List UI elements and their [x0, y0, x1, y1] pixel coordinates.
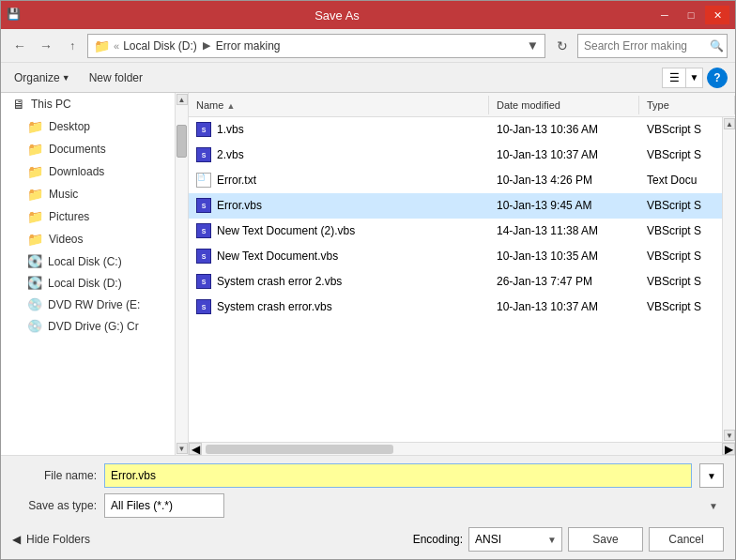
file-type-cell: VBScript S: [639, 248, 722, 265]
file-name: 2.vbs: [217, 148, 244, 161]
h-scroll-right[interactable]: ▶: [722, 443, 735, 455]
horizontal-scrollbar[interactable]: ◀ ▶: [189, 442, 735, 455]
sidebar-item-pictures[interactable]: 📁 Pictures: [1, 205, 175, 228]
hide-folders-label: Hide Folders: [26, 533, 90, 546]
sidebar-label-dvd-rw: DVD RW Drive (E:: [48, 298, 140, 311]
search-button[interactable]: 🔍: [710, 39, 724, 53]
new-folder-button[interactable]: New folder: [84, 69, 148, 86]
folder-icon-pictures: 📁: [27, 209, 43, 224]
close-button[interactable]: ✕: [705, 6, 729, 24]
folder-icon-music: 📁: [27, 187, 43, 202]
file-name: Error.txt: [217, 174, 256, 187]
save-button[interactable]: Save: [568, 527, 643, 552]
file-name-cell: S 1.vbs: [189, 120, 489, 139]
col-header-type[interactable]: Type: [639, 96, 735, 114]
maximize-button[interactable]: □: [679, 6, 703, 24]
address-chevron: ▶: [203, 39, 210, 52]
organize-button[interactable]: Organize ▼: [8, 69, 76, 86]
filename-label: File name:: [12, 469, 97, 482]
sidebar-item-desktop[interactable]: 📁 Desktop: [1, 115, 175, 138]
file-scroll-down[interactable]: ▼: [724, 430, 735, 441]
sidebar-scrollbar: ▲ ▼: [175, 93, 188, 455]
sidebar-item-downloads[interactable]: 📁 Downloads: [1, 160, 175, 183]
address-separator: «: [114, 40, 119, 52]
file-name-cell: S New Text Document.vbs: [189, 247, 489, 265]
file-name: System crash error 2.vbs: [217, 275, 342, 288]
table-row[interactable]: S 2.vbs 10-Jan-13 10:37 AM VBScript S: [189, 143, 722, 168]
table-row[interactable]: S Error.vbs 10-Jan-13 9:45 AM VBScript S: [189, 193, 722, 219]
file-type-cell: VBScript S: [639, 222, 722, 239]
address-path1: Local Disk (D:): [123, 39, 197, 53]
title-bar-title: Save As: [22, 8, 652, 23]
sidebar-item-local-d[interactable]: 💽 Local Disk (D:): [1, 272, 175, 294]
address-folder-icon: 📁: [94, 38, 110, 53]
file-name: System crash error.vbs: [217, 300, 332, 313]
table-row[interactable]: S New Text Document.vbs 10-Jan-13 10:35 …: [189, 244, 722, 269]
table-row[interactable]: S 1.vbs 10-Jan-13 10:36 AM VBScript S: [189, 117, 722, 143]
sidebar-item-dvd-rw[interactable]: 💿 DVD RW Drive (E:: [1, 294, 175, 315]
txt-icon: 📄: [196, 173, 211, 188]
folder-icon-documents: 📁: [27, 142, 43, 157]
col-header-name[interactable]: Name ▲: [189, 96, 489, 114]
file-type-cell: VBScript S: [639, 146, 722, 163]
address-bar[interactable]: 📁 « Local Disk (D:) ▶ Error making ▼: [87, 34, 545, 58]
sort-icon: ▲: [226, 101, 235, 111]
file-name-cell: S Error.vbs: [189, 196, 489, 215]
filename-dropdown-button[interactable]: ▼: [699, 463, 724, 488]
table-row[interactable]: S System crash error 2.vbs 26-Jan-13 7:4…: [189, 269, 722, 295]
forward-button[interactable]: →: [35, 35, 57, 57]
scroll-track[interactable]: [176, 106, 188, 442]
vbs-icon: S: [196, 198, 211, 213]
sidebar-label-local-c: Local Disk (C:): [48, 255, 122, 268]
col-header-date[interactable]: Date modified: [489, 96, 639, 114]
sidebar-item-this-pc[interactable]: 🖥 This PC: [1, 93, 175, 115]
view-dropdown-button[interactable]: ▼: [686, 68, 703, 88]
filename-row: File name: ▼: [12, 463, 724, 488]
h-scroll-track[interactable]: [206, 445, 718, 454]
sidebar-item-documents[interactable]: 📁 Documents: [1, 138, 175, 160]
sidebar-item-local-c[interactable]: 💽 Local Disk (C:): [1, 250, 175, 272]
sidebar-label-dvd-g: DVD Drive (G:) Cr: [48, 320, 139, 333]
refresh-button[interactable]: ↻: [551, 35, 574, 57]
file-scroll-up[interactable]: ▲: [724, 118, 735, 129]
sidebar-item-dvd-g[interactable]: 💿 DVD Drive (G:) Cr: [1, 315, 175, 337]
sidebar-item-videos[interactable]: 📁 Videos: [1, 228, 175, 250]
scroll-down-arrow[interactable]: ▼: [176, 443, 188, 454]
save-type-select[interactable]: All Files (*.*)Text Files (*.txt)VBScrip…: [104, 493, 224, 518]
minimize-button[interactable]: ─: [652, 6, 677, 24]
file-date-cell: 26-Jan-13 7:47 PM: [489, 273, 639, 290]
view-button[interactable]: ☰: [662, 68, 686, 88]
hide-folders-button[interactable]: ◀ Hide Folders: [12, 529, 90, 550]
encoding-label: Encoding:: [413, 533, 463, 546]
help-button[interactable]: ?: [707, 68, 728, 88]
file-name: Error.vbs: [217, 199, 262, 212]
h-scroll-left[interactable]: ◀: [189, 443, 202, 455]
cancel-button[interactable]: Cancel: [649, 527, 724, 552]
encoding-row: Encoding: ANSIUTF-8UTF-16 LEUTF-16 BE Sa…: [413, 527, 724, 552]
back-button[interactable]: ←: [8, 35, 31, 57]
dvd-g-icon: 💿: [27, 319, 42, 333]
encoding-select-wrapper: ANSIUTF-8UTF-16 LEUTF-16 BE: [468, 527, 562, 552]
file-rows-wrapper: S 1.vbs 10-Jan-13 10:36 AM VBScript S S …: [189, 117, 735, 442]
up-button[interactable]: ↑: [61, 35, 84, 57]
table-row[interactable]: 📄 Error.txt 10-Jan-13 4:26 PM Text Docu: [189, 168, 722, 193]
vbs-icon: S: [196, 147, 211, 162]
search-input[interactable]: [577, 34, 728, 58]
file-date-cell: 10-Jan-13 10:37 AM: [489, 298, 639, 315]
filename-input[interactable]: [104, 463, 692, 488]
table-row[interactable]: S New Text Document (2).vbs 14-Jan-13 11…: [189, 219, 722, 244]
file-type-cell: VBScript S: [639, 197, 722, 214]
hide-folders-icon: ◀: [12, 533, 21, 546]
scroll-up-arrow[interactable]: ▲: [176, 94, 188, 105]
encoding-select[interactable]: ANSIUTF-8UTF-16 LEUTF-16 BE: [468, 527, 562, 552]
save-type-row: Save as type: All Files (*.*)Text Files …: [12, 493, 724, 518]
address-dropdown-button[interactable]: ▼: [527, 38, 539, 53]
sidebar-item-music[interactable]: 📁 Music: [1, 183, 175, 205]
window-icon: 💾: [7, 8, 22, 23]
file-date-cell: 10-Jan-13 4:26 PM: [489, 172, 639, 189]
navigation-toolbar: ← → ↑ 📁 « Local Disk (D:) ▶ Error making…: [1, 29, 735, 63]
file-type-cell: VBScript S: [639, 298, 722, 315]
file-scroll-track[interactable]: [723, 130, 735, 429]
table-row[interactable]: S System crash error.vbs 10-Jan-13 10:37…: [189, 295, 722, 320]
toolbar2-right: ☰ ▼ ?: [662, 68, 728, 88]
